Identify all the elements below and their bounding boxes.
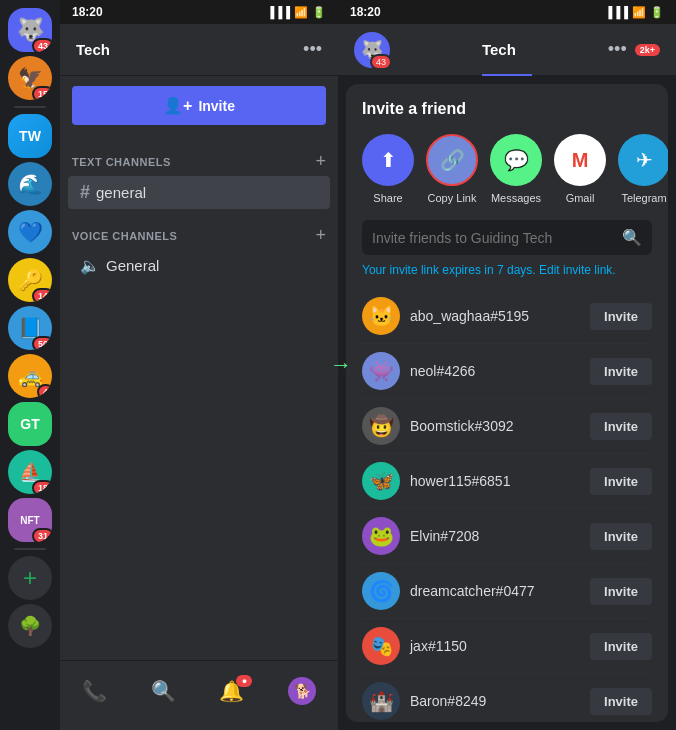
sidebar-icon-blue3[interactable]: 📘 50 bbox=[8, 306, 52, 350]
invite-btn-6[interactable]: Invite bbox=[590, 633, 652, 660]
invite-person-icon: 👤+ bbox=[163, 96, 192, 115]
friend-avatar-0: 🐱 bbox=[362, 297, 400, 335]
sidebar-icon-boat[interactable]: ⛵ 18 bbox=[8, 450, 52, 494]
left-status-icons: ▐▐▐ 📶 🔋 bbox=[267, 6, 326, 19]
friend-name-4: Elvin#7208 bbox=[410, 528, 580, 544]
invite-btn-1[interactable]: Invite bbox=[590, 358, 652, 385]
invite-btn-0[interactable]: Invite bbox=[590, 303, 652, 330]
invite-btn-2[interactable]: Invite bbox=[590, 413, 652, 440]
right-more-icon[interactable]: ••• bbox=[608, 39, 627, 60]
server-header: Tech ••• bbox=[60, 24, 338, 76]
sidebar-icon-tw[interactable]: TW bbox=[8, 114, 52, 158]
share-item-messages[interactable]: 💬 Messages bbox=[490, 134, 542, 204]
left-status-bar: 18:20 ▐▐▐ 📶 🔋 bbox=[60, 0, 338, 24]
friend-name-0: abo_waghaa#5195 bbox=[410, 308, 580, 324]
search-input[interactable] bbox=[372, 230, 614, 246]
sidebar-icon-gt[interactable]: GT bbox=[8, 402, 52, 446]
sidebar-icon-add[interactable]: + bbox=[8, 556, 52, 600]
messages-icon: 💬 bbox=[490, 134, 542, 186]
share-item-share[interactable]: ⬆ Share bbox=[362, 134, 414, 204]
mention-badge: ● bbox=[236, 675, 252, 687]
right-2k-badge: 2k+ bbox=[635, 44, 660, 56]
more-options-icon[interactable]: ••• bbox=[303, 39, 322, 60]
sidebar-divider-2 bbox=[14, 548, 46, 550]
add-text-channel-icon[interactable]: + bbox=[315, 151, 326, 172]
sidebar-icon-nft[interactable]: NFT 31 bbox=[8, 498, 52, 542]
right-arrow-icon: → bbox=[330, 352, 352, 378]
edit-invite-link[interactable]: Edit invite link. bbox=[539, 263, 616, 277]
sidebar-icon-eagle[interactable]: 🦅 15 bbox=[8, 56, 52, 100]
friend-row-1: 👾 neol#4266 Invite bbox=[362, 344, 652, 399]
voice-channels-label: VOICE CHANNELS bbox=[72, 230, 177, 242]
wifi-icon: 📶 bbox=[294, 6, 308, 19]
hash-icon: # bbox=[80, 182, 90, 203]
share-item-gmail[interactable]: M Gmail bbox=[554, 134, 606, 204]
expire-text: Your invite link expires in 7 days. Edit… bbox=[362, 263, 652, 277]
search-icon: 🔍 bbox=[622, 228, 642, 247]
friend-row-0: 🐱 abo_waghaa#5195 Invite bbox=[362, 289, 652, 344]
general-channel-item[interactable]: # general bbox=[68, 176, 330, 209]
bottom-nav: 📞 🔍 🔔 ● 🐕 bbox=[60, 660, 338, 730]
general-channel-label: general bbox=[96, 184, 146, 201]
friend-row-6: 🎭 jax#1150 Invite bbox=[362, 619, 652, 674]
sidebar-badge-wolf: 43 bbox=[32, 38, 52, 52]
friend-row-2: 🤠 Boomstick#3092 Invite bbox=[362, 399, 652, 454]
invite-button[interactable]: 👤+ Invite bbox=[72, 86, 326, 125]
friend-row-3: 🦋 hower115#6851 Invite bbox=[362, 454, 652, 509]
sidebar: 🐺 43 🦅 15 TW 🌊 💙 🔑 14 📘 50 🚕 4 bbox=[0, 0, 60, 730]
nav-search[interactable]: 🔍 bbox=[151, 679, 176, 703]
sidebar-badge-taxi: 4 bbox=[37, 384, 52, 398]
friend-avatar-7: 🏰 bbox=[362, 682, 400, 720]
invite-btn-7[interactable]: Invite bbox=[590, 688, 652, 715]
nav-avatar[interactable]: 🐕 bbox=[288, 677, 316, 705]
gmail-icon: M bbox=[554, 134, 606, 186]
sidebar-badge-book: 50 bbox=[32, 336, 52, 350]
voice-general-item[interactable]: 🔈 General bbox=[68, 250, 330, 281]
voice-channels-header: VOICE CHANNELS + bbox=[60, 209, 338, 250]
left-panel: 🐺 43 🦅 15 TW 🌊 💙 🔑 14 📘 50 🚕 4 bbox=[0, 0, 338, 730]
sidebar-icon-wolf[interactable]: 🐺 43 bbox=[8, 8, 52, 52]
voice-general-label: General bbox=[106, 257, 159, 274]
invite-btn-5[interactable]: Invite bbox=[590, 578, 652, 605]
invite-btn-3[interactable]: Invite bbox=[590, 468, 652, 495]
friend-row-7: 🏰 Baron#8249 Invite bbox=[362, 674, 652, 722]
sidebar-icon-key[interactable]: 🔑 14 bbox=[8, 258, 52, 302]
friend-name-7: Baron#8249 bbox=[410, 693, 580, 709]
sidebar-icon-tree[interactable]: 🌳 bbox=[8, 604, 52, 648]
speaker-icon: 🔈 bbox=[80, 256, 100, 275]
battery-icon: 🔋 bbox=[312, 6, 326, 19]
share-item-copy-link[interactable]: 🔗 Copy Link bbox=[426, 134, 478, 204]
copy-link-icon-circle: 🔗 bbox=[426, 134, 478, 186]
sidebar-divider-1 bbox=[14, 106, 46, 108]
right-signal-icon: ▐▐▐ bbox=[605, 6, 628, 18]
right-server-header: 🐺 43 Tech ••• 2k+ bbox=[338, 24, 676, 76]
right-panel: 18:20 ▐▐▐ 📶 🔋 🐺 43 Tech ••• 2k+ Invite a… bbox=[338, 0, 676, 730]
friend-avatar-3: 🦋 bbox=[362, 462, 400, 500]
friend-name-6: jax#1150 bbox=[410, 638, 580, 654]
tab-underline bbox=[482, 74, 532, 76]
share-label: Share bbox=[373, 192, 402, 204]
nav-mention[interactable]: 🔔 ● bbox=[219, 679, 244, 703]
share-item-telegram[interactable]: ✈ Telegram bbox=[618, 134, 668, 204]
sidebar-badge-nft: 31 bbox=[32, 528, 52, 542]
share-row: ⬆ Share 🔗 Copy Link 💬 Messages bbox=[362, 134, 652, 204]
friend-avatar-5: 🌀 bbox=[362, 572, 400, 610]
signal-icon: ▐▐▐ bbox=[267, 6, 290, 18]
right-server-name: Tech bbox=[390, 41, 608, 58]
share-icon: ⬆ bbox=[362, 134, 414, 186]
sidebar-icon-taxi[interactable]: 🚕 4 bbox=[8, 354, 52, 398]
right-status-bar: 18:20 ▐▐▐ 📶 🔋 bbox=[338, 0, 676, 24]
nav-phone[interactable]: 📞 bbox=[82, 679, 107, 703]
invite-button-label: Invite bbox=[198, 98, 235, 114]
friend-name-1: neol#4266 bbox=[410, 363, 580, 379]
search-icon: 🔍 bbox=[151, 679, 176, 703]
sidebar-icon-blue2[interactable]: 💙 bbox=[8, 210, 52, 254]
add-voice-channel-icon[interactable]: + bbox=[315, 225, 326, 246]
friend-name-2: Boomstick#3092 bbox=[410, 418, 580, 434]
right-status-icons: ▐▐▐ 📶 🔋 bbox=[605, 6, 664, 19]
channel-panel: 18:20 ▐▐▐ 📶 🔋 Tech ••• 👤+ Invite TEXT CH… bbox=[60, 0, 338, 730]
modal-title: Invite a friend bbox=[362, 100, 652, 118]
friend-avatar-1: 👾 bbox=[362, 352, 400, 390]
sidebar-icon-blue1[interactable]: 🌊 bbox=[8, 162, 52, 206]
invite-btn-4[interactable]: Invite bbox=[590, 523, 652, 550]
